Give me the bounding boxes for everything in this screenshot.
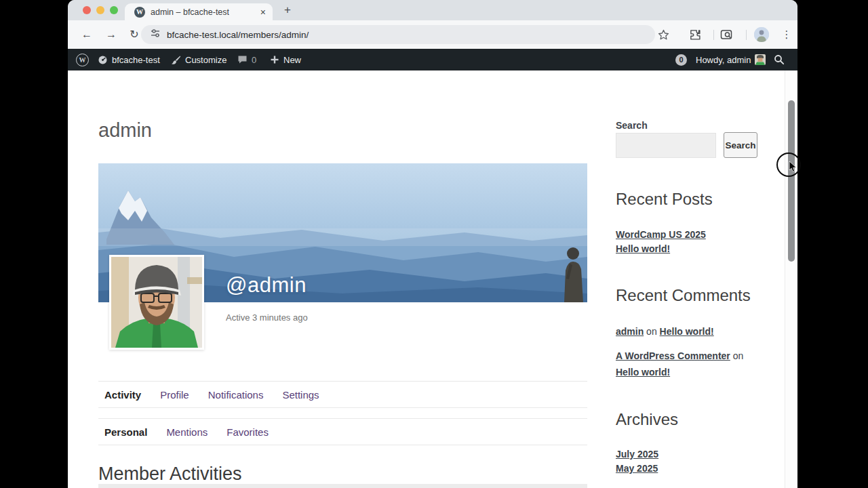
- forward-icon[interactable]: →: [103, 27, 119, 43]
- comment-connector: on: [644, 326, 659, 337]
- browser-menu-icon[interactable]: ⋮: [780, 27, 793, 42]
- scrollbar-track[interactable]: [785, 70, 797, 488]
- archives-heading: Archives: [616, 410, 766, 429]
- site-info-icon[interactable]: [150, 28, 161, 41]
- page-title: admin: [98, 119, 152, 142]
- recent-posts-heading: Recent Posts: [616, 190, 766, 209]
- archive-link[interactable]: July 2025: [616, 449, 658, 460]
- customize-brush-icon: [171, 55, 181, 65]
- recent-post-link[interactable]: Hello world!: [616, 243, 670, 254]
- comment-bubble-icon: [237, 55, 248, 64]
- browser-tab[interactable]: W admin – bfcache-test ×: [125, 3, 273, 20]
- subtab-mentions[interactable]: Mentions: [166, 426, 208, 438]
- wordpress-favicon-icon: W: [134, 7, 145, 18]
- toolbar-divider: [746, 30, 747, 40]
- tab-close-icon[interactable]: ×: [260, 7, 266, 17]
- traffic-minimize-button[interactable]: [96, 6, 104, 14]
- wp-logo-menu[interactable]: W: [76, 49, 89, 70]
- subtab-favorites[interactable]: Favorites: [226, 426, 269, 438]
- tab-strip: W admin – bfcache-test × +: [68, 0, 797, 20]
- activity-form-edge: [98, 484, 587, 488]
- new-content-menu[interactable]: New: [270, 49, 301, 70]
- last-active-status: Active 3 minutes ago: [226, 312, 308, 323]
- plus-icon: [270, 55, 279, 64]
- comment-author-link[interactable]: admin: [616, 326, 644, 337]
- comment-post-link[interactable]: Hello world!: [660, 326, 714, 337]
- comment-post-link[interactable]: Hello world!: [616, 367, 670, 378]
- reload-icon[interactable]: ↻: [126, 27, 142, 43]
- address-bar[interactable]: bfcache-test.local/members/admin/: [141, 25, 655, 44]
- extensions-puzzle-icon[interactable]: [689, 29, 701, 44]
- toolbar-divider: [713, 30, 714, 40]
- user-avatar: [755, 54, 766, 65]
- site-name-menu[interactable]: bfcache-test: [98, 49, 160, 70]
- member-activities-heading: Member Activities: [98, 464, 242, 485]
- tab-profile[interactable]: Profile: [160, 389, 189, 401]
- tab-search-icon[interactable]: [720, 29, 733, 43]
- comment-connector: on: [730, 350, 743, 361]
- wordpress-logo-icon: W: [76, 54, 89, 66]
- tab-settings[interactable]: Settings: [282, 389, 319, 401]
- scrollbar-thumb[interactable]: [788, 100, 795, 262]
- site-name-label: bfcache-test: [112, 55, 160, 65]
- recent-post-link[interactable]: WordCamp US 2025: [616, 229, 706, 240]
- url-text: bfcache-test.local/members/admin/: [167, 30, 309, 40]
- traffic-zoom-button[interactable]: [110, 6, 118, 14]
- tab-activity[interactable]: Activity: [104, 389, 141, 401]
- comments-menu[interactable]: 0: [237, 49, 256, 70]
- member-primary-nav: Activity Profile Notifications Settings: [98, 381, 587, 408]
- browser-profile-avatar[interactable]: [754, 27, 769, 42]
- comment-author-link[interactable]: A WordPress Commenter: [616, 350, 730, 361]
- recent-comments-heading: Recent Comments: [616, 286, 766, 305]
- browser-window: W admin – bfcache-test × + ← → ↻: [68, 0, 797, 488]
- tab-notifications[interactable]: Notifications: [208, 389, 264, 401]
- screen: W admin – bfcache-test × + ← → ↻: [0, 0, 868, 488]
- customize-menu[interactable]: Customize: [171, 49, 226, 70]
- sidebar-search-button[interactable]: Search: [724, 132, 757, 158]
- new-tab-button[interactable]: +: [279, 2, 296, 18]
- archive-link[interactable]: May 2025: [616, 463, 658, 474]
- subtab-personal[interactable]: Personal: [104, 426, 147, 438]
- new-label: New: [283, 55, 301, 65]
- adminbar-search-icon[interactable]: [774, 49, 785, 70]
- sidebar-search-label: Search: [616, 120, 766, 131]
- comments-count: 0: [252, 55, 256, 65]
- my-account-menu[interactable]: Howdy, admin: [696, 49, 766, 70]
- activity-secondary-nav: Personal Mentions Favorites: [98, 418, 587, 445]
- back-icon[interactable]: ←: [79, 27, 95, 43]
- wp-admin-bar: W bfcache-test Customize: [68, 49, 797, 70]
- bp-notifications-menu[interactable]: 0: [675, 49, 687, 70]
- mouse-cursor-icon: [789, 161, 797, 173]
- dashboard-gauge-icon: [98, 55, 108, 65]
- member-handle: @admin: [226, 273, 307, 298]
- traffic-close-button[interactable]: [83, 6, 91, 14]
- howdy-label: Howdy, admin: [696, 55, 751, 65]
- customize-label: Customize: [185, 55, 226, 65]
- cursor-highlight-ring: [776, 152, 801, 177]
- notification-count-badge: 0: [675, 54, 687, 66]
- sidebar-search-input[interactable]: [616, 133, 716, 158]
- browser-toolbar: ← → ↻ bfcache-test.local/members/admin/: [68, 20, 797, 49]
- profile-avatar: [109, 255, 204, 350]
- tab-title: admin – bfcache-test: [151, 7, 229, 17]
- bookmark-star-icon[interactable]: [658, 29, 669, 43]
